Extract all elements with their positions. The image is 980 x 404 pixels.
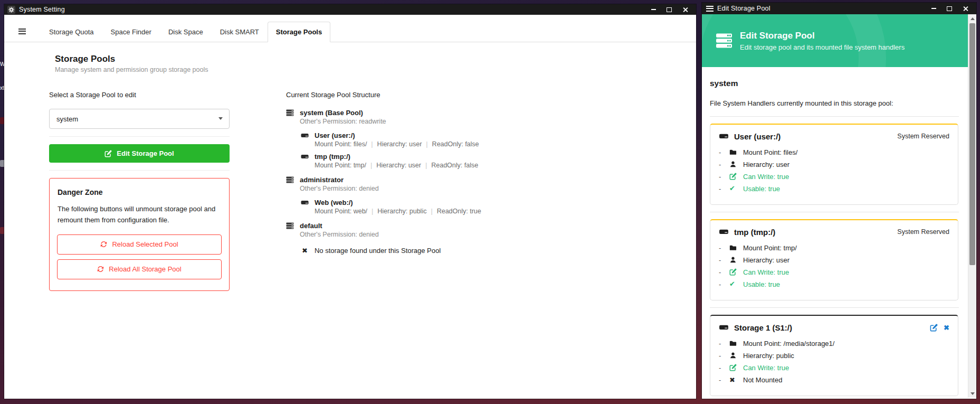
fs-item-label: Can Write: true xyxy=(743,173,789,181)
edit-storage-pool-window: Edit Storage Pool Edit Storage Pool Edit… xyxy=(702,3,976,399)
fs-item-label: Not Mounted xyxy=(743,376,782,384)
danger-zone-text: The following buttons will unmount stora… xyxy=(58,204,221,226)
system-setting-window: System Setting Storage Quota Space Finde… xyxy=(4,4,696,399)
divider xyxy=(710,307,959,308)
server-icon xyxy=(286,109,294,117)
tab-disk-smart[interactable]: Disk SMART xyxy=(212,22,268,42)
bullet: - xyxy=(719,352,729,360)
system-reserved-badge: System Reserved xyxy=(897,133,949,140)
hdd-icon xyxy=(719,227,729,237)
fs-item-label: Mount Point: files/ xyxy=(743,148,797,156)
storage-node-tmp: tmp (tmp:/) Mount Point: tmp/|Hierarchy:… xyxy=(301,153,624,169)
minimize-button[interactable] xyxy=(645,4,661,15)
edit-storage-pool-label: Edit Storage Pool xyxy=(117,149,174,157)
minimize-button[interactable] xyxy=(926,3,941,14)
refresh-icon xyxy=(100,241,107,248)
banner-subtitle: Edit storage pool and its mounted file s… xyxy=(740,43,905,51)
reload-selected-pool-button[interactable]: Reload Selected Pool xyxy=(57,234,222,255)
check-icon: ✔ xyxy=(729,280,743,288)
maximize-icon xyxy=(947,6,952,11)
pool-node-system: system (Base Pool) Other's Permission: r… xyxy=(286,109,624,169)
select-pool-label: Select a Storage Pool to edit xyxy=(49,91,230,99)
divider xyxy=(710,212,959,212)
pool-permission: Other's Permission: readwrite xyxy=(300,118,624,125)
close-button[interactable] xyxy=(677,4,693,15)
scrollbar-thumb[interactable] xyxy=(969,23,975,265)
bullet: - xyxy=(719,148,729,156)
tab-storage-pools[interactable]: Storage Pools xyxy=(268,22,330,42)
maximize-button[interactable] xyxy=(941,3,957,14)
storage-mount: Mount Point: tmp/ xyxy=(315,162,366,169)
edit-storage-pool-button[interactable]: Edit Storage Pool xyxy=(49,144,230,163)
window-title: System Setting xyxy=(19,6,65,13)
window-titlebar[interactable]: Edit Storage Pool xyxy=(702,3,976,14)
danger-zone-card: Danger Zone The following buttons will u… xyxy=(49,178,230,291)
page-title: Storage Pools xyxy=(55,54,696,64)
page-subtitle: Manage system and permission group stora… xyxy=(55,66,696,73)
scrollbar[interactable] xyxy=(968,14,976,398)
fs-item-label: Mount Point: tmp/ xyxy=(743,244,797,252)
storage-pool-structure: Current Storage Pool Structure system (B… xyxy=(286,91,624,291)
scroll-up-arrow-icon[interactable] xyxy=(968,15,976,22)
bullet: - xyxy=(719,376,729,384)
hdd-icon xyxy=(719,323,729,332)
separator: | xyxy=(421,162,431,169)
hdd-icon xyxy=(301,199,309,206)
maximize-icon xyxy=(667,7,672,12)
edit-icon xyxy=(930,324,938,332)
menu-icon[interactable] xyxy=(18,27,26,35)
scroll-down-arrow-icon[interactable] xyxy=(968,390,976,397)
fs-item-usable: - ✔ Usable: true xyxy=(719,184,949,193)
bullet: - xyxy=(719,364,729,372)
server-icon xyxy=(286,222,294,230)
fs-item-label: Can Write: true xyxy=(743,364,789,372)
maximize-button[interactable] xyxy=(661,4,677,15)
reload-all-storage-pool-button[interactable]: Reload All Storage Pool xyxy=(57,259,222,279)
storage-pool-select[interactable]: system xyxy=(49,109,230,129)
storage-hierarchy: Hierarchy: public xyxy=(377,208,426,215)
tab-storage-quota[interactable]: Storage Quota xyxy=(41,22,102,42)
separator: | xyxy=(367,208,377,215)
close-icon xyxy=(963,6,968,12)
user-icon xyxy=(729,161,743,168)
close-button[interactable] xyxy=(957,3,973,14)
remove-handler-button[interactable]: ✖ xyxy=(944,324,949,332)
fs-item-label: Hierarchy: public xyxy=(743,352,794,360)
minimize-icon xyxy=(651,9,656,10)
banner-title: Edit Storage Pool xyxy=(740,31,905,41)
edit-handler-button[interactable] xyxy=(930,324,938,332)
bullet: - xyxy=(719,185,729,193)
fs-item-hierarchy: - Hierarchy: user xyxy=(719,160,949,168)
divider xyxy=(49,136,230,137)
window-titlebar[interactable]: System Setting xyxy=(4,4,696,15)
fs-card-user: User (user:/) System Reserved - Mount Po… xyxy=(710,124,958,205)
chevron-down-icon xyxy=(218,117,223,120)
storage-mount: Mount Point: web/ xyxy=(315,208,367,215)
reload-selected-pool-label: Reload Selected Pool xyxy=(112,240,178,248)
storage-mount: Mount Point: files/ xyxy=(315,140,367,148)
tab-space-finder[interactable]: Space Finder xyxy=(102,22,160,42)
tab-disk-space[interactable]: Disk Space xyxy=(160,22,212,42)
edit-icon xyxy=(104,150,112,157)
danger-zone-title: Danger Zone xyxy=(58,188,221,196)
bullet: - xyxy=(719,256,729,264)
bullet: - xyxy=(719,173,729,181)
check-icon: ✔ xyxy=(729,185,743,192)
fs-item-mount: - Mount Point: tmp/ xyxy=(719,243,949,252)
tree-title: Current Storage Pool Structure xyxy=(286,91,624,99)
storage-node-user: User (user:/) Mount Point: files/|Hierar… xyxy=(301,131,624,148)
fs-item-usable: - ✔ Usable: true xyxy=(719,280,949,288)
system-reserved-badge: System Reserved xyxy=(897,228,949,236)
hdd-icon xyxy=(301,131,309,139)
fs-item-not-mounted: - ✖ Not Mounted xyxy=(719,375,949,384)
divider xyxy=(710,116,959,117)
window-title: Edit Storage Pool xyxy=(717,5,770,12)
pool-permission: Other's Permission: denied xyxy=(300,185,624,192)
handlers-description: File System Handlers currently mounted i… xyxy=(710,99,959,107)
bullet: - xyxy=(719,268,729,276)
fs-item-label: Can Write: true xyxy=(743,268,789,276)
fs-card-storage1: Storage 1 (S1:/) ✖ - Mount Point: /media… xyxy=(710,315,958,396)
empty-pool-message: No storage found under this Storage Pool xyxy=(315,247,441,255)
fs-card-title: User (user:/) xyxy=(734,132,781,141)
separator: | xyxy=(366,162,376,169)
